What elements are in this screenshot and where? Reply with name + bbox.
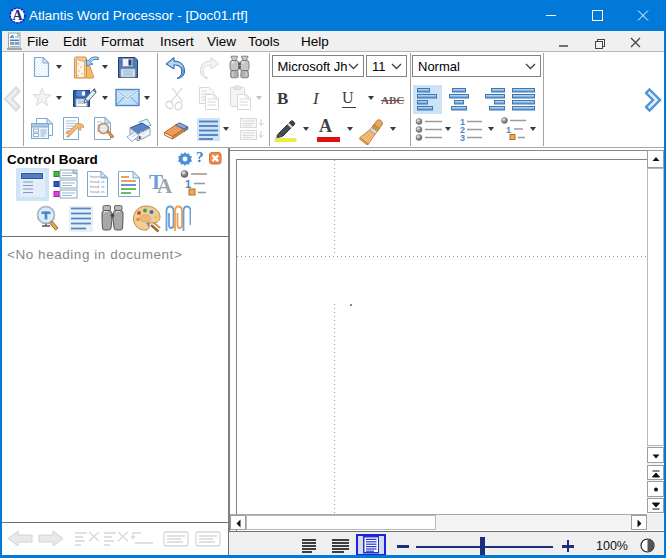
svg-text:head. st.: head. st. (90, 189, 105, 194)
svg-text:1: 1 (185, 178, 191, 190)
svg-text:3: 3 (460, 133, 465, 141)
svg-text:A: A (12, 8, 23, 23)
svg-text:1: 1 (506, 125, 511, 135)
